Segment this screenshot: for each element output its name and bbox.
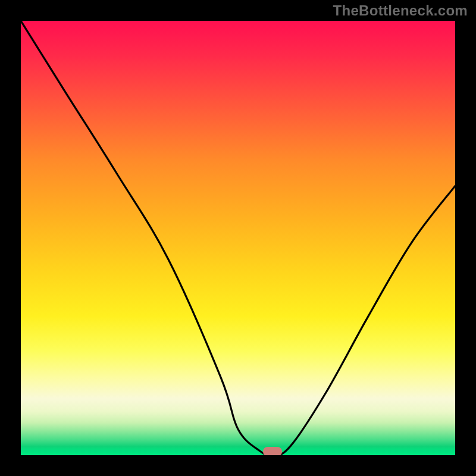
- chart-container: TheBottleneck.com: [0, 0, 476, 476]
- optimal-point-marker: [263, 447, 282, 455]
- plot-area: [21, 21, 455, 455]
- gradient-bottom-strip: [21, 447, 455, 455]
- bottleneck-curve: [21, 21, 455, 455]
- curve-path: [21, 21, 455, 455]
- watermark-label: TheBottleneck.com: [333, 2, 468, 19]
